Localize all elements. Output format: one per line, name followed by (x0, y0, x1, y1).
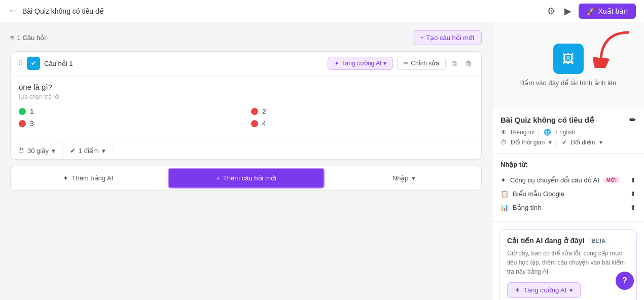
spreadsheet-label: Bảng tính (513, 204, 541, 211)
import-item-spreadsheet[interactable]: 📊 Bảng tính ⬆ (500, 201, 636, 214)
image-icon: 🖼 (562, 52, 575, 66)
import-item-ai[interactable]: ✦ Công cụ chuyển đổi câu đố AI MỚI ⬆ (500, 173, 636, 187)
sidebar-edit-icon[interactable]: ✏ (629, 116, 636, 125)
content-area: ≡ 1 Câu hỏi + Tạo câu hỏi mới ⠿ ✔ Câu hỏ… (0, 22, 492, 300)
answers-grid: 1 2 3 4 (19, 107, 473, 128)
answer-item: 1 (19, 107, 241, 116)
score-icon: ✔ (70, 147, 76, 155)
question-card-left: ⠿ ✔ Câu hỏi 1 (18, 57, 73, 70)
settings-button[interactable]: ⚙ (545, 4, 557, 19)
image-placeholder: 🖼 (553, 44, 584, 74)
sidebar-time-score: ⏱ Đổi thời gian ▾ | ✔ Đổi điểm ▾ (500, 139, 636, 146)
ai-sidebar-button[interactable]: ✦ Tăng cường AI ▾ (507, 282, 581, 298)
topbar-left: ← Bài Quiz không có tiêu đề (8, 6, 104, 16)
ai-enhance-button[interactable]: ✦ Tăng cường AI ▾ (328, 57, 393, 70)
add-question-label: Thêm câu hỏi mới (223, 174, 276, 182)
import-item-google[interactable]: 📋 Biểu mẫu Google ⬆ (500, 187, 636, 201)
import-item-spreadsheet-left: 📊 Bảng tính (500, 204, 541, 211)
answer-dot-4 (251, 120, 258, 127)
drag-icon: ⠿ (18, 59, 23, 67)
google-download-icon: ⬆ (630, 190, 636, 198)
time-select[interactable]: ⏱ 30 giây ▾ (11, 142, 63, 159)
spreadsheet-download-icon: ⬆ (630, 204, 636, 211)
google-forms-label: Biểu mẫu Google (513, 190, 564, 198)
sidebar-image-area[interactable]: 🖼 Bấm vào đây để tải hình ảnh lên (492, 22, 644, 108)
add-board-icon: ✦ (63, 174, 68, 182)
time-icon: ⏱ (18, 147, 24, 155)
answer-text-1: 1 (30, 107, 34, 116)
answer-item: 2 (251, 107, 473, 116)
edit-icon: ✏ (404, 60, 409, 67)
question-card: ⠿ ✔ Câu hỏi 1 ✦ Tăng cường AI ▾ ✏ Chỉnh … (10, 51, 482, 160)
questions-header: ≡ 1 Câu hỏi + Tạo câu hỏi mới (10, 30, 482, 45)
sidebar-import: Nhập từ: ✦ Công cụ chuyển đổi câu đố AI … (492, 154, 644, 222)
answer-text-2: 2 (262, 107, 266, 116)
play-button[interactable]: ▶ (562, 4, 574, 19)
add-question-button[interactable]: + Thêm câu hỏi mới (168, 168, 325, 189)
publish-label: Xuất bản (598, 7, 628, 15)
add-row: ✦ Thêm bảng AI + Thêm câu hỏi mới Nhập ▾ (10, 166, 482, 191)
google-forms-icon: 📋 (500, 190, 509, 198)
import-button[interactable]: Nhập ▾ (326, 169, 481, 188)
create-question-button[interactable]: + Tạo câu hỏi mới (413, 30, 482, 45)
lang-icon: 🌐 (544, 129, 551, 136)
answer-hint: lựa chọn trả lời (19, 93, 473, 100)
ai-box-title: Cải tiến AI đang ở đây! (507, 237, 585, 245)
add-board-label: Thêm bảng AI (71, 174, 113, 182)
help-button[interactable]: ? (616, 272, 634, 290)
sidebar-ai-box: Cải tiến AI đang ở đây! BETA Giờ đây, bạ… (499, 229, 637, 300)
back-button[interactable]: ← (8, 6, 17, 16)
answer-dot-2 (251, 108, 258, 115)
new-badge: MỚI (603, 177, 620, 183)
time-meta-label[interactable]: Đổi thời gian (511, 139, 545, 146)
count-text: 1 Câu hỏi (17, 34, 46, 42)
score-meta-label[interactable]: Đổi điểm (571, 139, 595, 146)
score-select[interactable]: ✔ 1 điểm ▾ (63, 142, 113, 159)
sidebar: 🖼 Bấm vào đây để tải hình ảnh lên Bài Qu… (492, 22, 644, 300)
questions-count: ≡ 1 Câu hỏi (10, 34, 46, 42)
question-body: one là gì? lựa chọn trả lời 1 2 3 (11, 76, 481, 142)
ai-box-description: Giờ đây, bạn có thể sửa lỗi, cung cấp mụ… (507, 249, 629, 276)
ai-sidebar-label: Tăng cường AI (523, 286, 566, 294)
import-title: Nhập từ: (500, 161, 636, 168)
create-question-icon: + (420, 34, 424, 42)
count-icon: ≡ (10, 34, 14, 42)
edit-label: Chỉnh sửa (411, 60, 439, 67)
answer-dot-1 (19, 108, 26, 115)
ai-convert-label: Công cụ chuyển đổi câu đố AI (510, 176, 599, 184)
question-text: one là gì? (19, 83, 473, 91)
ai-download-icon: ⬆ (630, 176, 636, 184)
beta-badge: BETA (589, 238, 608, 244)
image-hint: Bấm vào đây để tải hình ảnh lên (520, 79, 617, 87)
ai-enhance-label: Tăng cường AI (341, 60, 381, 67)
ai-convert-icon: ✦ (500, 176, 506, 184)
lang-label: English (555, 129, 575, 136)
add-board-button[interactable]: ✦ Thêm bảng AI (11, 169, 166, 188)
page-title: Bài Quiz không có tiêu đề (22, 7, 104, 15)
answer-item: 4 (251, 120, 473, 128)
time-label: 30 giây (27, 147, 49, 155)
answer-text-3: 3 (30, 120, 34, 128)
privacy-icon: 👁 (500, 129, 507, 136)
answer-dot-3 (19, 120, 26, 127)
ai-enhance-icon: ✦ (334, 60, 339, 67)
ai-box-header: Cải tiến AI đang ở đây! BETA (507, 237, 629, 245)
question-footer: ⏱ 30 giây ▾ ✔ 1 điểm ▾ (11, 142, 481, 159)
main-layout: ≡ 1 Câu hỏi + Tạo câu hỏi mới ⠿ ✔ Câu hỏ… (0, 22, 644, 300)
publish-icon: 🚀 (587, 7, 595, 15)
publish-button[interactable]: 🚀 Xuất bản (579, 4, 636, 19)
topbar: ← Bài Quiz không có tiêu đề ⚙ ▶ 🚀 Xuất b… (0, 0, 644, 22)
sidebar-meta: 👁 Riêng tư | 🌐 English (500, 129, 636, 136)
import-item-google-left: 📋 Biểu mẫu Google (500, 190, 564, 198)
answer-text-4: 4 (262, 120, 266, 128)
delete-button[interactable]: 🗑 (463, 57, 474, 69)
arrow-annotation (593, 27, 634, 69)
import-item-ai-left: ✦ Công cụ chuyển đổi câu đố AI MỚI (500, 176, 620, 184)
sidebar-info: Bài Quiz không có tiêu đề ✏ 👁 Riêng tư |… (492, 108, 644, 154)
edit-button[interactable]: ✏ Chỉnh sửa (397, 57, 446, 70)
sidebar-quiz-title: Bài Quiz không có tiêu đề ✏ (500, 116, 636, 125)
topbar-right: ⚙ ▶ 🚀 Xuất bản (545, 4, 636, 19)
spreadsheet-icon: 📊 (500, 204, 509, 211)
copy-button[interactable]: ⧉ (450, 57, 459, 70)
question-card-header: ⠿ ✔ Câu hỏi 1 ✦ Tăng cường AI ▾ ✏ Chỉnh … (11, 52, 481, 76)
